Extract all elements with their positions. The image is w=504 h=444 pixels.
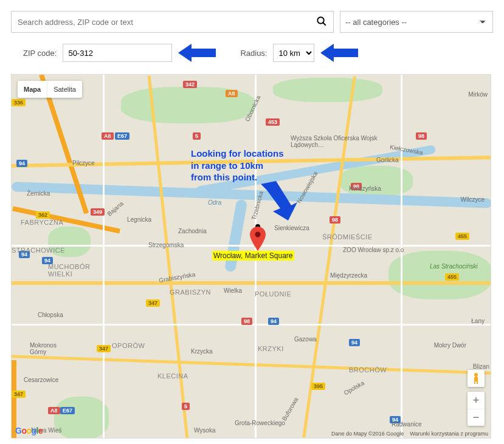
road-shield: 347	[97, 345, 111, 352]
road-shield: 342	[183, 81, 197, 88]
road-shield: 5	[193, 132, 201, 140]
road-shield: 98	[416, 132, 427, 140]
place-label: Międzyrzecka	[330, 272, 367, 279]
place-label: Odra	[208, 199, 221, 206]
place-label: Legnicka	[127, 216, 151, 223]
zoom-in-button[interactable]: +	[468, 392, 485, 409]
arrow-left-icon	[320, 44, 358, 62]
place-label: Mirków	[468, 91, 488, 98]
place-label: Wilczyce	[461, 196, 485, 203]
search-input[interactable]	[18, 18, 316, 27]
road-shield: E67	[115, 132, 129, 140]
road-shield: E67	[60, 407, 75, 414]
place-label: MUCHOBÓR WIELKI	[48, 263, 97, 278]
place-label: Mokry Dwór	[434, 342, 466, 349]
place-label: OPORÓW	[112, 342, 145, 349]
map-type-map-button[interactable]: Mapa	[18, 81, 47, 98]
road-shield: 347	[12, 391, 26, 398]
place-label: Gorlicka	[376, 157, 399, 163]
place-label: ŚRÓDMIEŚCIE	[322, 233, 373, 241]
svg-marker-3	[320, 44, 358, 62]
place-label: KLECINA	[157, 372, 188, 380]
place-label: Grota-Roweckiego	[235, 420, 285, 426]
road-shield: 453	[266, 118, 280, 126]
place-label: GRABISZYN	[170, 289, 211, 296]
place-label: Strzegomska	[148, 242, 184, 248]
annotation-line: Looking for locations	[191, 148, 284, 160]
road-shield: 349	[91, 208, 105, 216]
place-label: Blizan	[473, 363, 489, 370]
pegman-icon[interactable]	[468, 370, 485, 387]
annotation-line: in range to 10km	[191, 160, 284, 172]
svg-point-6	[474, 373, 478, 377]
place-label: Chłopska	[38, 312, 63, 318]
place-label: KRZYKI	[258, 345, 284, 352]
road-shield: 362	[36, 211, 50, 219]
map-type-control: Mapa Satelita	[18, 81, 82, 98]
svg-marker-4	[261, 181, 297, 220]
svg-point-5	[255, 232, 261, 237]
arrow-icon	[255, 178, 297, 220]
map-type-satellite-button[interactable]: Satelita	[47, 81, 82, 98]
zoom-out-button[interactable]: −	[468, 409, 485, 426]
radius-select[interactable]: 10 km	[273, 44, 314, 62]
category-select[interactable]: -- all categories --	[340, 11, 493, 33]
road-shield: 98	[241, 318, 252, 325]
place-label: FABRYCZNA	[21, 219, 63, 226]
place-label: Las Strachociński	[430, 263, 485, 270]
place-label: Sienkiewicza	[274, 225, 309, 231]
place-label: Żernicka	[27, 190, 50, 197]
svg-line-1	[323, 22, 326, 26]
arrow-left-icon	[178, 44, 216, 62]
road-shield: 98	[330, 216, 340, 224]
road-shield: 94	[268, 318, 279, 325]
place-label: Zachodnia	[178, 228, 207, 234]
place-label: Radwanice	[392, 421, 421, 428]
svg-rect-8	[474, 381, 475, 384]
place-label: Wyższa Szkoła Oficerska Wojsk Lądowych…	[291, 135, 388, 148]
place-label: POŁUDNIE	[255, 290, 291, 298]
place-label: BROCHÓW	[349, 366, 387, 374]
place-label: Łany	[471, 318, 485, 324]
road-shield: A8	[226, 90, 238, 97]
place-label: Opolska	[343, 380, 365, 397]
google-logo: Google	[15, 426, 43, 435]
place-label: Mokronos Górny	[30, 342, 66, 355]
place-label: Gazowa	[294, 336, 317, 343]
place-label: Pilczyce	[72, 160, 95, 166]
place-label: ZOO Wrocław sp.z o.o	[343, 247, 404, 253]
zoom-controls: + −	[468, 370, 485, 426]
place-label: Buforowa	[281, 396, 300, 422]
search-container	[11, 11, 334, 33]
place-label: Cesarzowice	[24, 377, 58, 383]
zip-label: ZIP code:	[23, 49, 57, 58]
road-shield: 455	[455, 233, 469, 240]
zip-input[interactable]	[63, 44, 172, 62]
svg-rect-7	[474, 377, 478, 381]
road-shield: A8	[102, 132, 114, 140]
place-label: Wysoka	[194, 427, 215, 434]
place-label: STRACHOWICE	[12, 247, 65, 254]
road-shield: 336	[12, 99, 26, 106]
place-label: Wielka	[224, 287, 242, 294]
svg-rect-9	[477, 381, 478, 384]
attribution-data: Dane do Mapy ©2016 Google	[331, 431, 404, 437]
place-label: Bajana	[106, 200, 125, 217]
marker-label: Wrocław, Market Square	[212, 251, 294, 261]
attribution-terms[interactable]: Warunki korzystania z programu	[410, 431, 488, 437]
radius-label: Radius:	[240, 49, 267, 58]
road-shield: 455	[445, 273, 459, 281]
road-shield: A8	[48, 407, 60, 414]
road-shield: 395	[311, 383, 325, 390]
road-shield: 94	[349, 339, 360, 346]
svg-marker-2	[178, 44, 216, 62]
map-attribution: Dane do Mapy ©2016 Google Warunki korzys…	[331, 431, 488, 437]
place-label: Kwidzyńska	[349, 185, 381, 192]
road-shield: 5	[182, 403, 190, 410]
svg-point-0	[317, 17, 324, 24]
search-icon[interactable]	[316, 16, 327, 29]
map[interactable]: 342 A8 336 A8 E67 5 98 94 453 349 362 98…	[11, 74, 491, 439]
map-marker-icon[interactable]	[250, 227, 266, 253]
road-shield: 347	[146, 299, 160, 307]
place-label: Krzycka	[191, 348, 213, 355]
